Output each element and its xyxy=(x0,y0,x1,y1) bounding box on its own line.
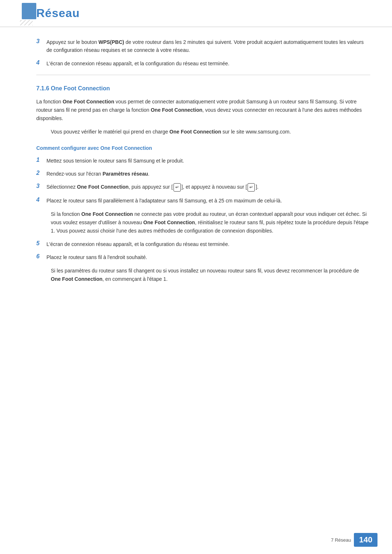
step-text-3b: Sélectionnez One Foot Connection, puis a… xyxy=(46,183,258,192)
step-4: 4 Placez le routeur sans fil parallèleme… xyxy=(36,197,370,205)
step-6-note: Si les paramètres du routeur sans fil ch… xyxy=(51,267,370,283)
step-num-4b: 4 xyxy=(36,197,46,203)
page-header: Réseau xyxy=(0,0,392,27)
footer-page-number: 140 xyxy=(354,533,377,547)
step-num-2: 2 xyxy=(36,170,46,176)
step-num-3b: 3 xyxy=(36,183,46,189)
section-716-heading: 7.1.6 One Foot Connection xyxy=(36,85,370,92)
intro-step-3: 3 Appuyez sur le bouton WPS(PBC) de votr… xyxy=(36,38,370,54)
subsection-heading-ofc: Comment configurer avec One Foot Connect… xyxy=(36,145,370,151)
step-text-3: Appuyez sur le bouton WPS(PBC) de votre … xyxy=(46,38,370,54)
page-title: Réseau xyxy=(36,7,80,20)
section-716-note-text: Vous pouvez vérifier le matériel qui pre… xyxy=(51,129,291,135)
header-accent-block xyxy=(22,3,36,19)
section-716-intro: La fonction One Foot Connection vous per… xyxy=(36,98,370,123)
step-1: 1 Mettez sous tension le routeur sans fi… xyxy=(36,157,370,165)
footer-section-label: 7 Réseau xyxy=(331,537,351,543)
page-footer: 7 Réseau 140 xyxy=(331,533,377,547)
step-num-5: 5 xyxy=(36,240,46,247)
main-content: 3 Appuyez sur le bouton WPS(PBC) de votr… xyxy=(0,38,392,283)
step-text-5: L'écran de connexion réseau apparaît, et… xyxy=(46,240,229,248)
step-3: 3 Sélectionnez One Foot Connection, puis… xyxy=(36,183,370,192)
step-2: 2 Rendez-vous sur l'écran Paramètres rés… xyxy=(36,170,370,178)
step-6: 6 Placez le routeur sans fil à l'endroit… xyxy=(36,253,370,261)
step-5: 5 L'écran de connexion réseau apparaît, … xyxy=(36,240,370,248)
section-716-note: Vous pouvez vérifier le matériel qui pre… xyxy=(51,128,370,136)
step-number-3: 3 xyxy=(36,38,46,45)
step-text-1: Mettez sous tension le routeur sans fil … xyxy=(46,157,184,165)
enter-icon-1: ↵ xyxy=(173,183,181,192)
enter-icon-2: ↵ xyxy=(248,183,255,192)
step-num-1: 1 xyxy=(36,157,46,163)
step-text-4: L'écran de connexion réseau apparaît, et… xyxy=(46,59,229,67)
step-4-note: Si la fonction One Foot Connection ne co… xyxy=(51,210,370,235)
separator xyxy=(36,75,370,75)
step-num-6: 6 xyxy=(36,253,46,260)
page-container: Réseau 3 Appuyez sur le bouton WPS(PBC) … xyxy=(0,0,392,554)
step-text-6: Placez le routeur sans fil à l'endroit s… xyxy=(46,253,147,261)
step-text-4b: Placez le routeur sans fil parallèlement… xyxy=(46,197,282,205)
intro-step-4: 4 L'écran de connexion réseau apparaît, … xyxy=(36,59,370,67)
step-4-note-text: Si la fonction One Foot Connection ne co… xyxy=(51,211,368,234)
step-6-note-text: Si les paramètres du routeur sans fil ch… xyxy=(51,268,359,282)
step-text-2: Rendez-vous sur l'écran Paramètres résea… xyxy=(46,170,150,178)
step-number-4: 4 xyxy=(36,59,46,66)
